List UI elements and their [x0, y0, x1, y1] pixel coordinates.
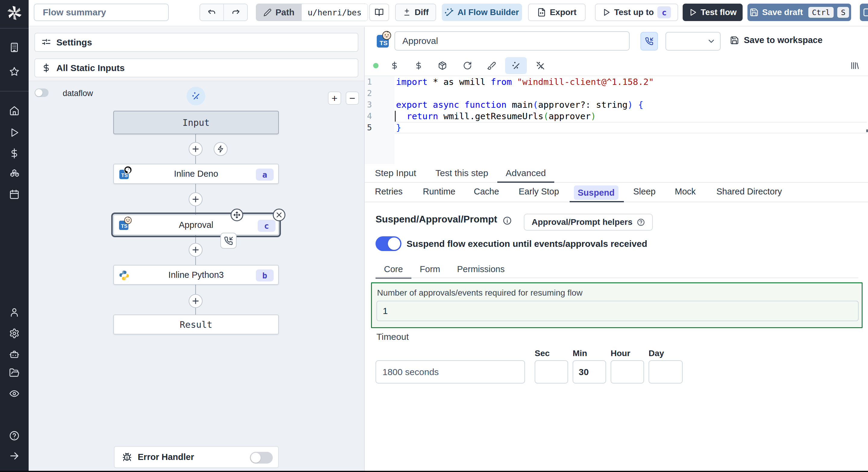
info-icon[interactable]	[503, 216, 512, 225]
building-icon[interactable]	[9, 42, 20, 53]
delete-node-button[interactable]	[273, 209, 285, 221]
hour-input[interactable]	[611, 360, 644, 383]
tab-mock[interactable]: Mock	[675, 187, 695, 197]
day-input[interactable]	[649, 360, 683, 383]
add-step-button[interactable]	[189, 294, 203, 308]
play-icon[interactable]	[9, 127, 20, 138]
add-trigger-button[interactable]	[214, 142, 227, 156]
worker-bot-icon[interactable]	[9, 349, 20, 360]
windmill-logo[interactable]	[7, 5, 22, 20]
add-step-button[interactable]	[189, 142, 203, 156]
path-button[interactable]: Path u/henri/bes	[256, 4, 368, 21]
dataflow-toggle[interactable]	[35, 89, 49, 97]
variables-icon[interactable]	[412, 59, 426, 72]
kbd-s: S	[837, 7, 849, 18]
tab-early-stop[interactable]: Early Stop	[519, 187, 559, 197]
test-up-to-button[interactable]: Test up to c	[595, 4, 678, 21]
tab-step-input[interactable]: Step Input	[367, 164, 425, 182]
add-step-button[interactable]	[189, 192, 203, 206]
suspend-indicator-button[interactable]	[641, 32, 658, 50]
node-inline-deno[interactable]: TS Inline Deno a	[113, 164, 279, 184]
ai-copilot-button[interactable]	[187, 87, 205, 105]
suspend-toggle-on[interactable]	[375, 236, 401, 251]
flow-summary-input[interactable]	[34, 4, 169, 21]
assets-icon[interactable]	[388, 59, 401, 72]
tab-test-this-step[interactable]: Test this step	[427, 164, 497, 182]
error-handler-label: Error Handler	[138, 452, 194, 462]
tab-cache[interactable]: Cache	[474, 187, 499, 197]
dollar-icon[interactable]	[9, 148, 20, 159]
zoom-in-button[interactable]: +	[328, 92, 341, 105]
gear-icon[interactable]	[9, 328, 20, 339]
test-up-to-label: Test up to	[614, 7, 654, 17]
script-version-select[interactable]	[665, 32, 721, 50]
home-icon[interactable]	[9, 105, 20, 116]
node-approval-selected[interactable]: TS Approval c	[113, 215, 279, 235]
library-icon[interactable]	[848, 59, 862, 72]
path-value[interactable]: u/henri/bes	[302, 4, 368, 21]
code-editor[interactable]: 12345 import * as wmill from "windmill-c…	[365, 75, 868, 164]
deploy-button-partial[interactable]	[860, 4, 868, 21]
flow-settings-button[interactable]: Settings	[34, 33, 358, 52]
tab-suspend-active[interactable]: Suspend	[574, 186, 618, 200]
eye-icon[interactable]	[9, 388, 20, 399]
tab-shared-directory[interactable]: Shared Directory	[716, 187, 782, 197]
diff-button[interactable]: Diff	[395, 4, 436, 21]
arrow-right-icon[interactable]	[9, 451, 20, 461]
undo-button[interactable]	[200, 4, 223, 21]
tab-sleep[interactable]: Sleep	[633, 187, 655, 197]
timeout-seconds-input[interactable]	[375, 360, 525, 383]
star-icon[interactable]	[9, 66, 20, 77]
node-result[interactable]: Result	[113, 314, 279, 334]
paintbrush-icon[interactable]	[485, 59, 498, 72]
node-approval-badge: c	[258, 220, 276, 232]
node-inline-python[interactable]: Inline Python3 b	[113, 265, 279, 285]
wand-off-icon[interactable]	[533, 59, 547, 72]
error-handler-box[interactable]: Error Handler	[114, 446, 279, 468]
top-toolbar: Path u/henri/bes Diff AI Flow Builder Ex…	[29, 0, 868, 27]
approval-prompt-helpers-button[interactable]: Approval/Prompt helpers	[524, 214, 653, 231]
error-handler-toggle[interactable]	[250, 452, 273, 464]
node-input[interactable]: Input	[113, 111, 279, 134]
tab-retries[interactable]: Retries	[375, 187, 403, 197]
add-step-button[interactable]	[189, 243, 203, 257]
folder-open-icon[interactable]	[9, 368, 20, 378]
ai-flow-builder-button[interactable]: AI Flow Builder	[442, 4, 522, 21]
file-code-icon	[537, 8, 546, 17]
help-circle-icon[interactable]	[9, 431, 20, 441]
save-to-workspace-button[interactable]: Save to workspace	[730, 35, 823, 45]
wand-sparkles-icon	[191, 92, 200, 101]
wand-sparkles-icon	[512, 61, 521, 70]
flow-graph-canvas[interactable]: dataflow + − Input TS Inline Deno a	[29, 81, 364, 471]
close-icon	[276, 211, 283, 218]
book-button[interactable]	[369, 4, 389, 21]
sec-input[interactable]	[535, 360, 568, 383]
user-icon[interactable]	[9, 307, 20, 317]
tab-permissions[interactable]: Permissions	[449, 261, 513, 278]
tab-core[interactable]: Core	[375, 261, 411, 278]
all-static-inputs-button[interactable]: All Static Inputs	[34, 58, 358, 77]
package-icon[interactable]	[435, 59, 450, 72]
path-label-section[interactable]: Path	[256, 4, 302, 21]
refresh-icon[interactable]	[461, 59, 474, 72]
export-button[interactable]: Export	[528, 4, 586, 21]
undo-redo-group	[199, 4, 248, 21]
step-name-input[interactable]	[395, 31, 629, 50]
test-flow-button[interactable]: Test flow	[683, 4, 743, 21]
boxes-icon[interactable]	[9, 169, 20, 179]
save-draft-button[interactable]: Save draft Ctrl S	[747, 4, 851, 21]
approvals-required-input[interactable]	[376, 301, 859, 321]
editor-code-lines[interactable]: import * as wmill from "windmill-client@…	[396, 76, 654, 133]
tab-advanced[interactable]: Advanced	[497, 164, 554, 182]
app-sidebar	[0, 0, 29, 471]
ai-assistant-button-active[interactable]	[505, 57, 527, 74]
path-label: Path	[276, 7, 294, 18]
tab-form[interactable]: Form	[411, 261, 449, 278]
tab-runtime[interactable]: Runtime	[423, 187, 456, 197]
redo-button[interactable]	[224, 4, 247, 21]
move-node-handle[interactable]	[230, 209, 243, 221]
min-input[interactable]	[572, 360, 606, 383]
zoom-out-button[interactable]: −	[346, 92, 359, 105]
tab-label: Core	[384, 264, 403, 274]
calendar-icon[interactable]	[9, 189, 20, 200]
